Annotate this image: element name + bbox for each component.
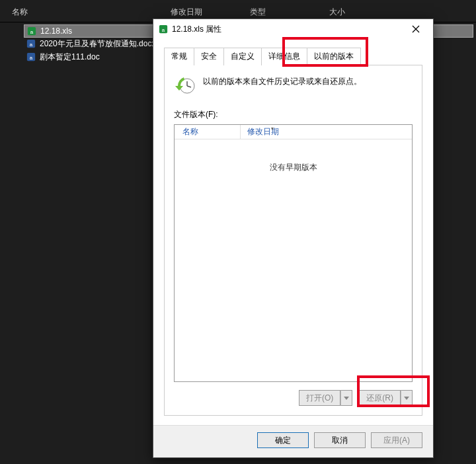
tab-strip: 常规 安全 自定义 详细信息 以前的版本 <box>164 47 422 65</box>
versions-empty-message: 没有早期版本 <box>175 139 412 381</box>
versions-header-date[interactable]: 修改日期 ▾ <box>241 126 412 137</box>
dialog-footer: 确定 取消 应用(A) <box>153 425 433 457</box>
tab-security[interactable]: 安全 <box>194 48 224 65</box>
column-header-type[interactable]: 类型 <box>250 7 329 18</box>
properties-dialog: a 12.18.xls 属性 常规 安全 自定义 详细信息 以前的版本 <box>153 19 434 458</box>
sort-indicator-icon: ▾ <box>271 126 274 132</box>
svg-text:a: a <box>162 27 165 33</box>
cancel-button[interactable]: 取消 <box>314 432 366 448</box>
open-button[interactable]: 打开(O) <box>299 390 340 406</box>
restore-dropdown-arrow[interactable] <box>401 390 413 406</box>
description-row: 以前的版本来自文件历史记录或来自还原点。 <box>174 75 413 97</box>
svg-marker-14 <box>404 397 409 400</box>
versions-listview[interactable]: 名称 修改日期 ▾ 没有早期版本 <box>174 124 413 382</box>
open-split-button[interactable]: 打开(O) <box>299 390 352 406</box>
ok-button[interactable]: 确定 <box>257 432 309 448</box>
excel-file-icon: a <box>159 24 168 34</box>
svg-marker-13 <box>344 397 349 400</box>
file-versions-label: 文件版本(F): <box>174 109 413 120</box>
versions-header-name[interactable]: 名称 <box>175 125 241 139</box>
versions-header-row: 名称 修改日期 ▾ <box>175 125 412 139</box>
tab-custom[interactable]: 自定义 <box>223 48 262 65</box>
close-icon <box>412 25 420 33</box>
tab-general[interactable]: 常规 <box>164 48 194 65</box>
dialog-body: 常规 安全 自定义 详细信息 以前的版本 以前的版本来自文件历史记录或来自还原点… <box>153 39 433 425</box>
tab-panel-previous-versions: 以前的版本来自文件历史记录或来自还原点。 文件版本(F): 名称 修改日期 ▾ … <box>164 65 422 416</box>
restore-split-button[interactable]: 还原(R) <box>359 390 413 406</box>
tab-previous-versions[interactable]: 以前的版本 <box>307 48 361 65</box>
svg-text:a: a <box>30 29 34 35</box>
restore-clock-icon <box>174 75 196 97</box>
open-dropdown-arrow[interactable] <box>340 390 352 406</box>
versions-header-date-label: 修改日期 <box>247 127 279 136</box>
file-name-label: 剧本暂定111.doc <box>40 52 100 63</box>
restore-button[interactable]: 还原(R) <box>359 390 401 406</box>
dialog-title: 12.18.xls 属性 <box>172 24 403 35</box>
description-text: 以前的版本来自文件历史记录或来自还原点。 <box>203 75 362 87</box>
svg-text:a: a <box>30 42 33 48</box>
column-header-name[interactable]: 名称 <box>12 7 171 18</box>
chevron-down-icon <box>404 395 409 401</box>
action-buttons-row: 打开(O) 还原(R) <box>174 390 413 406</box>
apply-button[interactable]: 应用(A) <box>371 432 422 448</box>
file-name-label: 12.18.xls <box>40 26 72 36</box>
column-header-size[interactable]: 大小 <box>329 7 382 18</box>
file-name-label: 2020年元旦及春节放假通知.docx <box>40 38 155 50</box>
tab-details[interactable]: 详细信息 <box>261 48 307 65</box>
chevron-down-icon <box>344 395 349 401</box>
svg-text:a: a <box>30 55 33 61</box>
word-file-icon: a <box>26 52 36 61</box>
close-button[interactable] <box>403 20 429 38</box>
column-header-date[interactable]: 修改日期 <box>171 7 250 18</box>
word-file-icon: a <box>26 39 36 48</box>
dialog-titlebar[interactable]: a 12.18.xls 属性 <box>153 19 433 39</box>
excel-file-icon: a <box>27 26 36 36</box>
